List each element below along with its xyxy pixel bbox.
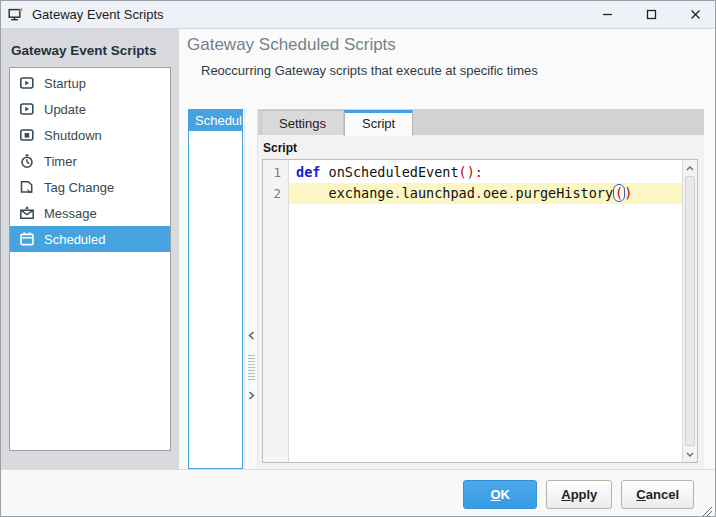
sidebar-item-label: Timer — [44, 154, 77, 169]
scrollbar-thumb[interactable] — [685, 176, 695, 446]
splitter-collapse-right-icon[interactable] — [248, 391, 256, 401]
maximize-button[interactable] — [629, 1, 673, 28]
main-panel: Gateway Scheduled Scripts Reoccurring Ga… — [179, 29, 716, 469]
update-icon — [19, 101, 35, 117]
minimize-button[interactable] — [585, 1, 629, 28]
ok-button[interactable]: OK — [463, 480, 537, 509]
sidebar-item-scheduled[interactable]: Scheduled — [10, 226, 170, 252]
line-number: 1 — [263, 162, 281, 183]
sidebar-item-label: Scheduled — [44, 232, 105, 247]
script-section-label: Script — [263, 141, 704, 155]
tab-strip: SettingsScript — [258, 109, 704, 135]
timer-icon — [19, 153, 35, 169]
sidebar-item-tag-change[interactable]: Tag Change — [10, 174, 170, 200]
resize-grip[interactable] — [702, 503, 713, 514]
footer-bar: OKApplyCancel — [1, 469, 716, 517]
sidebar-item-timer[interactable]: Timer — [10, 148, 170, 174]
sidebar-item-update[interactable]: Update — [10, 96, 170, 122]
sidebar-item-label: Update — [44, 102, 86, 117]
editor-gutter: 12 — [263, 160, 289, 462]
tag-change-icon — [19, 179, 35, 195]
startup-icon — [19, 75, 35, 91]
scripts-list-header[interactable]: Scheduled — [189, 110, 242, 131]
code-line: def onScheduledEvent(): — [289, 162, 682, 183]
sidebar: Gateway Event Scripts StartupUpdateShutd… — [1, 29, 179, 469]
tab-settings[interactable]: Settings — [261, 110, 344, 135]
window-controls — [585, 1, 716, 28]
scripts-list-body[interactable] — [189, 131, 242, 468]
sidebar-item-label: Shutdown — [44, 128, 102, 143]
splitter[interactable] — [244, 109, 258, 469]
app-window-icon — [8, 7, 24, 23]
shutdown-icon — [19, 127, 35, 143]
editor-scrollbar[interactable] — [682, 160, 697, 462]
scroll-up-icon[interactable] — [683, 161, 697, 175]
page-title: Gateway Scheduled Scripts — [187, 35, 396, 55]
sidebar-item-shutdown[interactable]: Shutdown — [10, 122, 170, 148]
sidebar-item-label: Startup — [44, 76, 86, 91]
event-scripts-list[interactable]: StartupUpdateShutdownTimerTag ChangeMess… — [9, 67, 171, 451]
scripts-list-panel: Scheduled — [188, 109, 243, 469]
message-icon — [19, 205, 35, 221]
window-title: Gateway Event Scripts — [32, 7, 164, 22]
titlebar: Gateway Event Scripts — [1, 1, 716, 29]
sidebar-item-message[interactable]: Message — [10, 200, 170, 226]
code-area[interactable]: def onScheduledEvent(): exchange.launchp… — [289, 160, 682, 462]
tab-script[interactable]: Script — [344, 110, 413, 136]
splitter-grip[interactable] — [248, 355, 255, 381]
scroll-down-icon[interactable] — [683, 447, 697, 461]
sidebar-header: Gateway Event Scripts — [11, 43, 169, 58]
apply-button[interactable]: Apply — [546, 480, 612, 509]
scheduled-icon — [19, 231, 35, 247]
splitter-collapse-left-icon[interactable] — [248, 331, 256, 341]
code-line: exchange.launchpad.oee.purgeHistory() — [289, 183, 682, 204]
script-tab-panel: SettingsScript Script 12 def onScheduled… — [258, 109, 704, 469]
scheduled-scripts-content: Scheduled SettingsScript Script 12 def o… — [188, 109, 704, 469]
sidebar-item-label: Tag Change — [44, 180, 114, 195]
sidebar-item-startup[interactable]: Startup — [10, 70, 170, 96]
page-subtitle: Reoccurring Gateway scripts that execute… — [201, 63, 538, 78]
cancel-button[interactable]: Cancel — [621, 480, 694, 509]
line-number: 2 — [263, 183, 281, 204]
script-editor: 12 def onScheduledEvent(): exchange.laun… — [262, 159, 698, 463]
close-button[interactable] — [673, 1, 716, 28]
sidebar-item-label: Message — [44, 206, 97, 221]
